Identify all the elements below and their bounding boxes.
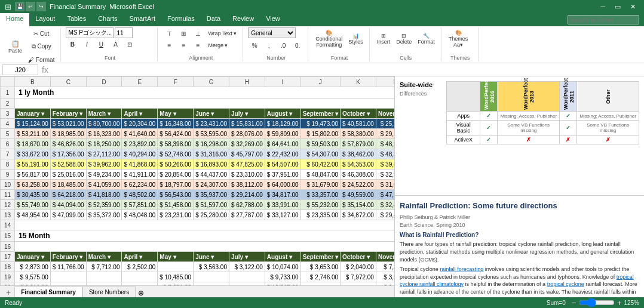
cell-j10[interactable]: $ 31,679.00 [300, 180, 340, 190]
cell-k7[interactable]: $ 38,462.00 [341, 149, 376, 159]
cell-d11[interactable]: $ 41,818.00 [86, 190, 122, 200]
tab-financial-summary[interactable]: Financial Summary [14, 287, 82, 297]
cell-i11[interactable]: $ 34,817.00 [265, 190, 300, 200]
month-header-jun[interactable]: June ▾ [194, 109, 229, 119]
formula-input[interactable] [52, 66, 642, 74]
align-bottom-button[interactable]: ⊥ [191, 27, 204, 39]
col-header-j[interactable]: J [300, 77, 340, 87]
cell-b12[interactable]: $ 55,749.00 [15, 200, 51, 210]
highlight-button[interactable]: ⊡ [123, 38, 136, 50]
col-header-b[interactable]: B [15, 77, 51, 87]
col-header-l[interactable]: L [376, 77, 394, 87]
cell-b7[interactable]: $ 33,672.00 [15, 149, 51, 159]
cell-g12[interactable]: $ 51,597.00 [194, 200, 229, 210]
cell-g10[interactable]: $ 24,307.00 [194, 180, 229, 190]
add-sheet-icon[interactable]: ⊕ [136, 289, 146, 297]
delete-button[interactable]: ⊟Delete [394, 27, 414, 50]
cell-d5[interactable]: $ 16,323.00 [86, 129, 122, 139]
cell-i4[interactable]: $ 18,129.00 [265, 119, 300, 129]
col-header-g[interactable]: G [194, 77, 229, 87]
cell-i8[interactable]: $ 54,507.00 [265, 159, 300, 170]
cell-g11[interactable]: $ 35,937.00 [194, 190, 229, 200]
cell-k12[interactable]: $ 35,154.00 [341, 200, 376, 210]
col-header-k[interactable]: K [341, 77, 376, 87]
month2-header-sep[interactable]: September ▾ [300, 252, 340, 262]
cell-f13[interactable]: $ 23,231.00 [158, 210, 194, 220]
cell-k10[interactable]: $ 24,522.00 [341, 180, 376, 190]
cell-j4[interactable]: $ 19,473.00 [300, 119, 340, 129]
font-name-input[interactable] [66, 27, 114, 38]
redo-icon[interactable]: ↪ [36, 2, 46, 11]
month2-header-oct[interactable]: October ▾ [341, 252, 376, 262]
cell-g7[interactable]: $ 31,316.00 [194, 149, 229, 159]
cell-c10[interactable]: $ 18,485.00 [50, 180, 86, 190]
month-header-may[interactable]: May ▾ [158, 109, 194, 119]
cell-i9[interactable]: $ 37,951.00 [265, 170, 300, 180]
cell-g5[interactable]: $ 53,595.00 [194, 129, 229, 139]
cell-j12[interactable]: $ 55,232.00 [300, 200, 340, 210]
cell-f19[interactable]: $ 10,485.00 [158, 272, 194, 282]
col-header-h[interactable]: H [229, 77, 265, 87]
cell-g6[interactable]: $ 16,298.00 [194, 139, 229, 149]
cell-l13[interactable]: $ 29,457.00 [376, 210, 394, 220]
cell-d12[interactable]: $ 52,359.00 [86, 200, 122, 210]
cell-j6[interactable]: $ 59,503.00 [300, 139, 340, 149]
tab-layout[interactable]: Layout [29, 13, 61, 26]
cell-i6[interactable]: $ 64,641.00 [265, 139, 300, 149]
cell-i10[interactable]: $ 64,000.00 [265, 180, 300, 190]
month2-header-nov[interactable]: November ▾ [376, 252, 394, 262]
undo-icon[interactable]: ↩ [26, 2, 35, 11]
tab-smartart[interactable]: SmartArt [124, 13, 161, 26]
cell-k18[interactable]: $ 2,040.00 [341, 262, 376, 272]
cell-k13[interactable]: $ 34,872.00 [341, 210, 376, 220]
cell-d9[interactable]: $ 49,234.00 [86, 170, 122, 180]
tab-review[interactable]: Review [226, 13, 260, 26]
cell-k9[interactable]: $ 46,308.00 [341, 170, 376, 180]
cell-e5[interactable]: $ 41,640.00 [122, 129, 158, 139]
cell-c12[interactable]: $ 44,094.00 [50, 200, 86, 210]
paste-button[interactable]: 📋 Paste [6, 35, 24, 58]
cell-b18[interactable]: $ 2,873.00 [15, 262, 51, 272]
cell-d4[interactable]: $ 80,700.00 [86, 119, 122, 129]
tab-formulas[interactable]: Formulas [161, 13, 201, 26]
section-title-1[interactable]: 1 ly Month [15, 87, 395, 98]
cell-f12[interactable]: $ 51,458.00 [158, 200, 194, 210]
font-size-input[interactable] [115, 27, 133, 38]
month-header-aug[interactable]: August ▾ [265, 109, 300, 119]
month-header-feb[interactable]: February ▾ [50, 109, 86, 119]
cell-j13[interactable]: $ 23,335.00 [300, 210, 340, 220]
month2-header-feb[interactable]: February ▾ [50, 252, 86, 262]
cell-j8[interactable]: $ 60,422.00 [300, 159, 340, 170]
tab-store-numbers[interactable]: Store Numbers [82, 287, 136, 297]
cell-l19[interactable]: $ 3,513.00 [376, 272, 394, 282]
cell-k4[interactable]: $ 40,581.00 [341, 119, 376, 129]
cell-g9[interactable]: $ 44,437.00 [194, 170, 229, 180]
tab-view[interactable]: View [260, 13, 286, 26]
cell-j11[interactable]: $ 33,357.00 [300, 190, 340, 200]
cell-f4[interactable]: $ 16,348.00 [158, 119, 194, 129]
month2-header-mar[interactable]: March ▾ [86, 252, 122, 262]
wrap-text-button[interactable]: Wrap Text ▾ [206, 27, 239, 39]
month-header-jan[interactable]: January ▾ [15, 109, 51, 119]
cell-f18[interactable] [158, 262, 194, 272]
cell-d18[interactable]: $ 7,712.00 [86, 262, 122, 272]
zoom-out-button[interactable]: − [572, 298, 576, 307]
cell-e10[interactable]: $ 62,234.00 [122, 180, 158, 190]
decrease-decimal-button[interactable]: 0. [291, 39, 304, 51]
restore-btn[interactable]: ▭ [611, 3, 624, 11]
cell-l12[interactable]: $ 32,404.00 [376, 200, 394, 210]
cell-e8[interactable]: $ 41,868.00 [122, 159, 158, 170]
search-input[interactable] [568, 15, 639, 24]
align-center-button[interactable]: ≡ [177, 39, 190, 51]
cell-i19[interactable]: $ 9,733.00 [265, 272, 300, 282]
insert-button[interactable]: ⊞Insert [375, 27, 393, 50]
bold-button[interactable]: B [66, 38, 79, 50]
month2-header-aug[interactable]: August ▾ [265, 252, 300, 262]
cell-e11[interactable]: $ 48,502.00 [122, 190, 158, 200]
cell-k5[interactable]: $ 58,380.00 [341, 129, 376, 139]
cell-j18[interactable]: $ 3,653.00 [300, 262, 340, 272]
section-title-2[interactable]: 15 Month [15, 230, 395, 242]
cell-b11[interactable]: $ 30,435.00 [15, 190, 51, 200]
cell-b8[interactable]: $ 55,191.00 [15, 159, 51, 170]
tab-charts[interactable]: Charts [92, 13, 123, 26]
